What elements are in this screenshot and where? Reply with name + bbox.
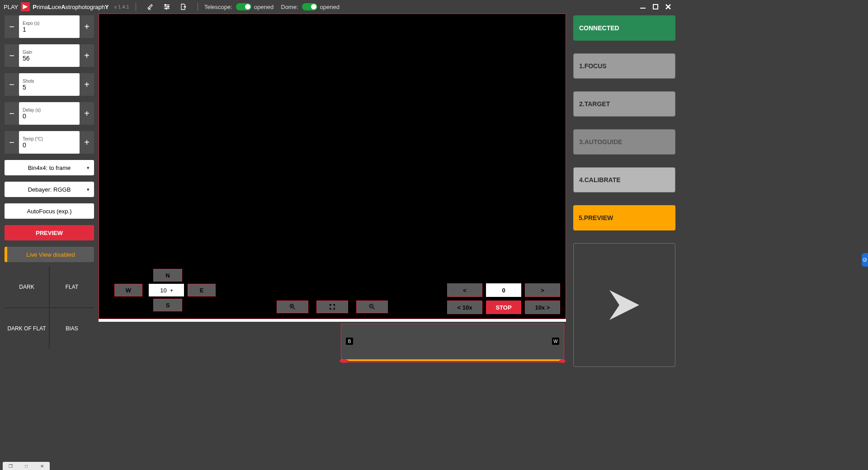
telescope-label: Telescope: — [204, 4, 232, 10]
temp-field[interactable]: Temp (°C) 0 — [19, 131, 80, 154]
status-connected-button[interactable]: CONNECTED — [573, 15, 675, 41]
preview-button[interactable]: PREVIEW — [5, 225, 94, 240]
step-preview-button[interactable]: 5.PREVIEW — [573, 205, 675, 230]
temp-value: 0 — [23, 141, 76, 149]
nudge-pad: N W 10▾ E S — [106, 269, 215, 314]
zoom-controls — [277, 301, 388, 313]
temp-row: − Temp (°C) 0 + — [5, 131, 94, 154]
rate-stop-button[interactable]: STOP — [486, 301, 521, 314]
nudge-north-button[interactable]: N — [153, 269, 182, 282]
histogram-black-handle[interactable]: B — [346, 338, 353, 345]
shots-label: Shots — [23, 79, 76, 84]
dome-status: opened — [320, 4, 340, 10]
rate-left-button[interactable]: < — [447, 283, 482, 297]
shots-decrement[interactable]: − — [5, 73, 19, 96]
autofocus-button[interactable]: AutoFocus (exp.) — [5, 203, 94, 219]
temp-decrement[interactable]: − — [5, 131, 19, 154]
expo-label: Expo (s) — [23, 21, 76, 26]
app-logo-icon — [21, 2, 30, 11]
rate-back10-button[interactable]: < 10x — [447, 301, 482, 314]
expo-row: − Expo (s) 1 + — [5, 15, 94, 38]
chevron-down-icon: ▾ — [87, 165, 90, 171]
liveview-button[interactable]: Live View disabled — [5, 247, 94, 262]
delay-label: Delay (s) — [23, 108, 76, 113]
telescope-status: opened — [254, 4, 274, 10]
delay-decrement[interactable]: − — [5, 102, 19, 125]
app-brand: PrimaLuceAstrophotographY — [33, 4, 108, 10]
delay-increment[interactable]: + — [80, 102, 94, 125]
histogram-widget[interactable]: B W — [341, 324, 564, 362]
chevron-down-icon: ▾ — [170, 288, 173, 293]
separator — [136, 3, 136, 11]
gain-value: 56 — [23, 55, 76, 62]
nudge-west-button[interactable]: W — [114, 284, 142, 296]
shots-value: 5 — [23, 84, 76, 91]
step-focus-button[interactable]: 1.FOCUS — [573, 53, 675, 79]
histogram-left-slider[interactable] — [340, 359, 349, 363]
rate-controls: < 0 > < 10x STOP 10x > — [447, 283, 560, 314]
step-calibrate-button[interactable]: 4.CALIBRATE — [573, 167, 675, 193]
step-target-button[interactable]: 2.TARGET — [573, 91, 675, 117]
chevron-down-icon: ▾ — [87, 187, 90, 193]
telescope-icon[interactable] — [147, 3, 154, 10]
gain-increment[interactable]: + — [80, 44, 94, 67]
gain-field[interactable]: Gain 56 — [19, 44, 80, 67]
svg-rect-3 — [653, 5, 658, 9]
expo-increment[interactable]: + — [80, 15, 94, 38]
temp-label: Temp (°C) — [23, 136, 76, 141]
export-icon[interactable] — [179, 3, 187, 10]
svg-point-1 — [167, 6, 169, 8]
dark-button[interactable]: DARK — [5, 267, 49, 307]
rate-fwd10-button[interactable]: 10x > — [525, 301, 560, 314]
dome-label: Dome: — [281, 4, 298, 10]
rate-right-button[interactable]: > — [525, 283, 560, 297]
right-panel: CONNECTED 1.FOCUS 2.TARGET 3.AUTOGUIDE 4… — [570, 14, 678, 367]
delay-row: − Delay (s) 0 + — [5, 102, 94, 125]
histogram-right-slider[interactable] — [559, 359, 566, 363]
svg-point-0 — [165, 5, 166, 6]
telescope-toggle[interactable] — [236, 3, 251, 10]
minimize-button[interactable] — [637, 0, 649, 13]
center-area: N W 10▾ E S < 0 > < — [99, 14, 570, 367]
nudge-south-button[interactable]: S — [153, 299, 182, 311]
binning-select[interactable]: Bin4x4: to frame ▾ — [5, 160, 94, 175]
image-viewport[interactable]: N W 10▾ E S < 0 > < — [99, 14, 566, 319]
flat-button[interactable]: FLAT — [50, 267, 94, 307]
histogram-track — [341, 359, 564, 361]
title-bar: PLAY PrimaLuceAstrophotographY v 1.4.1 T… — [0, 0, 678, 14]
delay-value: 0 — [23, 113, 76, 120]
expo-decrement[interactable]: − — [5, 15, 19, 38]
expo-field[interactable]: Expo (s) 1 — [19, 15, 80, 38]
nudge-step-select[interactable]: 10▾ — [149, 284, 184, 296]
nudge-east-button[interactable]: E — [188, 284, 216, 296]
debayer-value: Debayer: RGGB — [28, 186, 71, 193]
shots-row: − Shots 5 + — [5, 73, 94, 96]
expo-value: 1 — [23, 26, 76, 33]
maximize-button[interactable] — [649, 0, 662, 13]
svg-point-2 — [165, 8, 167, 9]
play-label: PLAY — [4, 4, 18, 10]
left-panel: − Expo (s) 1 + − Gain 56 + − Shots 5 + − — [0, 14, 99, 367]
rate-value-field[interactable]: 0 — [486, 283, 521, 297]
shots-field[interactable]: Shots 5 — [19, 73, 80, 96]
binning-value: Bin4x4: to frame — [28, 164, 71, 171]
shots-increment[interactable]: + — [80, 73, 94, 96]
zoom-fit-button[interactable] — [316, 301, 348, 313]
zoom-out-button[interactable] — [356, 301, 388, 313]
sliders-icon[interactable] — [163, 3, 170, 10]
app-version: v 1.4.1 — [114, 4, 129, 9]
step-autoguide-button[interactable]: 3.AUTOGUIDE — [573, 129, 675, 155]
dark-of-flat-button[interactable]: DARK OF FLAT — [5, 308, 49, 349]
histogram-white-handle[interactable]: W — [552, 338, 559, 345]
histogram-area: B W — [99, 322, 566, 367]
gain-decrement[interactable]: − — [5, 44, 19, 67]
debayer-select[interactable]: Debayer: RGGB ▾ — [5, 182, 94, 197]
bias-button[interactable]: BIAS — [50, 308, 94, 349]
temp-increment[interactable]: + — [80, 131, 94, 154]
separator — [198, 3, 198, 11]
delay-field[interactable]: Delay (s) 0 — [19, 102, 80, 125]
zoom-in-button[interactable] — [277, 301, 308, 313]
run-button[interactable] — [573, 243, 675, 367]
close-button[interactable] — [662, 0, 675, 13]
dome-toggle[interactable] — [302, 3, 317, 10]
